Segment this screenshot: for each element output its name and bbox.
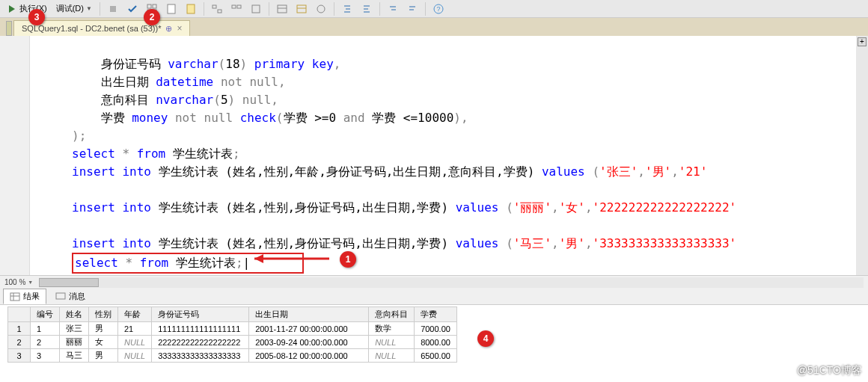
grid-cell[interactable]: 2003-09-24 00:00:00.000 bbox=[249, 336, 369, 349]
tool-button[interactable] bbox=[273, 2, 291, 16]
collapse-icon[interactable]: + bbox=[858, 37, 867, 46]
main-toolbar: 执行(X) 调试(D) ▼ ? bbox=[0, 0, 868, 18]
grid-cell[interactable]: 3 bbox=[8, 349, 31, 363]
tool-button[interactable] bbox=[312, 2, 330, 16]
grid-header[interactable]: 性别 bbox=[89, 307, 118, 322]
watermark: @51CTO博客 bbox=[797, 364, 862, 378]
grid-cell[interactable]: 2001-11-27 00:00:00.000 bbox=[249, 322, 369, 336]
toolbar-separator bbox=[334, 2, 334, 16]
table-row[interactable]: 33马三男NULL3333333333333333332005-08-12 00… bbox=[8, 349, 457, 363]
play-icon bbox=[7, 4, 17, 14]
debug-button[interactable]: 调试(D) ▼ bbox=[52, 1, 96, 16]
grid-cell[interactable]: NULL bbox=[369, 349, 415, 363]
grid-cell[interactable]: 8000.00 bbox=[415, 336, 457, 349]
tab-handle[interactable] bbox=[6, 21, 12, 36]
callout-arrow bbox=[254, 250, 344, 272]
results-tabs: 结果 消息 bbox=[0, 289, 868, 305]
parse-button[interactable] bbox=[123, 2, 141, 16]
grid-header[interactable]: 年龄 bbox=[118, 307, 152, 322]
pin-icon[interactable]: ⊕ bbox=[165, 24, 172, 34]
tab-messages[interactable]: 消息 bbox=[49, 289, 91, 304]
grid-cell[interactable]: 1 bbox=[31, 322, 60, 336]
grid-cell[interactable]: 21 bbox=[118, 322, 152, 336]
grid-header[interactable] bbox=[8, 307, 31, 322]
tool-button[interactable] bbox=[247, 2, 265, 16]
grid-header[interactable]: 姓名 bbox=[60, 307, 89, 322]
svg-rect-6 bbox=[168, 4, 175, 13]
hscroll-track[interactable] bbox=[39, 277, 864, 288]
grid-cell[interactable]: 数学 bbox=[369, 322, 415, 336]
editor-toggle-bar[interactable]: + bbox=[856, 36, 868, 275]
tool-button[interactable] bbox=[162, 2, 180, 16]
grid-cell[interactable]: 张三 bbox=[60, 322, 89, 336]
grid-cell[interactable]: 1 bbox=[8, 322, 31, 336]
grid-cell[interactable]: 111111111111111111 bbox=[152, 322, 249, 336]
grid-cell[interactable]: 6500.00 bbox=[415, 349, 457, 363]
tool-button[interactable] bbox=[293, 2, 311, 16]
tab-results[interactable]: 结果 bbox=[3, 289, 46, 304]
grid-cell[interactable]: NULL bbox=[118, 349, 152, 363]
results-tab-label: 结果 bbox=[23, 291, 40, 302]
schema-icon bbox=[212, 4, 222, 14]
toolbar-separator bbox=[425, 2, 426, 16]
grid-cell[interactable]: 2 bbox=[31, 336, 60, 349]
grid-cell[interactable]: NULL bbox=[118, 336, 152, 349]
svg-rect-13 bbox=[278, 5, 287, 13]
grid-cell[interactable]: 222222222222222222 bbox=[152, 336, 249, 349]
grid-cell[interactable]: 男 bbox=[89, 349, 118, 363]
svg-rect-9 bbox=[218, 10, 221, 13]
callout-4: 4 bbox=[477, 330, 494, 347]
comment-button[interactable] bbox=[384, 2, 402, 16]
grid-cell[interactable]: 2005-08-12 00:00:00.000 bbox=[249, 349, 369, 363]
code-editor[interactable]: 身份证号码 varchar(18) primary key, 出生日期 date… bbox=[0, 36, 868, 275]
grid-cell[interactable]: 7000.00 bbox=[415, 322, 457, 336]
callout-3: 3 bbox=[28, 9, 45, 25]
table-row[interactable]: 11张三男211111111111111111112001-11-27 00:0… bbox=[8, 322, 457, 336]
svg-rect-12 bbox=[252, 5, 260, 13]
check-icon bbox=[127, 4, 138, 14]
svg-rect-32 bbox=[10, 293, 19, 301]
svg-marker-31 bbox=[254, 254, 263, 263]
table-icon bbox=[277, 4, 287, 14]
svg-rect-8 bbox=[213, 5, 216, 8]
help-button[interactable]: ? bbox=[430, 2, 447, 16]
grid-cell[interactable]: 男 bbox=[89, 322, 118, 336]
grid-header[interactable]: 意向科目 bbox=[369, 307, 415, 322]
code-content[interactable]: 身份证号码 varchar(18) primary key, 出生日期 date… bbox=[30, 36, 868, 275]
table2-icon bbox=[296, 4, 307, 14]
grid-cell[interactable]: 马三 bbox=[60, 349, 89, 363]
grid-cell[interactable]: NULL bbox=[369, 336, 415, 349]
svg-rect-11 bbox=[237, 5, 241, 8]
grid-header[interactable]: 学费 bbox=[415, 307, 457, 322]
grid-header[interactable]: 身份证号码 bbox=[152, 307, 249, 322]
dropdown-arrow-icon[interactable]: ▼ bbox=[28, 280, 33, 285]
tool-button[interactable] bbox=[227, 2, 245, 16]
tool-button[interactable] bbox=[208, 2, 226, 16]
svg-rect-35 bbox=[56, 293, 65, 299]
grid-cell[interactable]: 女 bbox=[89, 336, 118, 349]
doc-icon bbox=[166, 4, 177, 14]
indent-button[interactable] bbox=[338, 2, 356, 16]
stop-button[interactable] bbox=[104, 2, 122, 16]
grid-header[interactable]: 出生日期 bbox=[249, 307, 369, 322]
close-icon[interactable]: × bbox=[177, 23, 182, 34]
debug-label: 调试(D) bbox=[56, 3, 84, 14]
results-grid[interactable]: 编号 姓名 性别 年龄 身份证号码 出生日期 意向科目 学费 11张三男2111… bbox=[7, 306, 457, 363]
outdent-button[interactable] bbox=[358, 2, 376, 16]
results-grid-area: 编号 姓名 性别 年龄 身份证号码 出生日期 意向科目 学费 11张三男2111… bbox=[0, 305, 868, 364]
grid-cell[interactable]: 3 bbox=[31, 349, 60, 363]
grid-cell[interactable]: 丽丽 bbox=[60, 336, 89, 349]
callout-2: 2 bbox=[144, 9, 160, 25]
uncomment-button[interactable] bbox=[403, 2, 421, 16]
grid-header[interactable]: 编号 bbox=[31, 307, 60, 322]
grid-cell[interactable]: 2 bbox=[8, 336, 31, 349]
dropdown-arrow-icon: ▼ bbox=[86, 5, 92, 12]
toolbar-separator bbox=[100, 2, 100, 16]
hscroll-thumb[interactable] bbox=[39, 278, 99, 287]
messages-tab-label: 消息 bbox=[69, 291, 85, 302]
tool-button[interactable] bbox=[182, 2, 200, 16]
grid-cell[interactable]: 333333333333333333 bbox=[152, 349, 249, 363]
tab-title: SQLQuery1.sql - DC2.benet (sa (53))* bbox=[22, 24, 161, 33]
table-row[interactable]: 22丽丽女NULL2222222222222222222003-09-24 00… bbox=[8, 336, 457, 349]
zoom-level[interactable]: 100 % bbox=[4, 278, 25, 286]
